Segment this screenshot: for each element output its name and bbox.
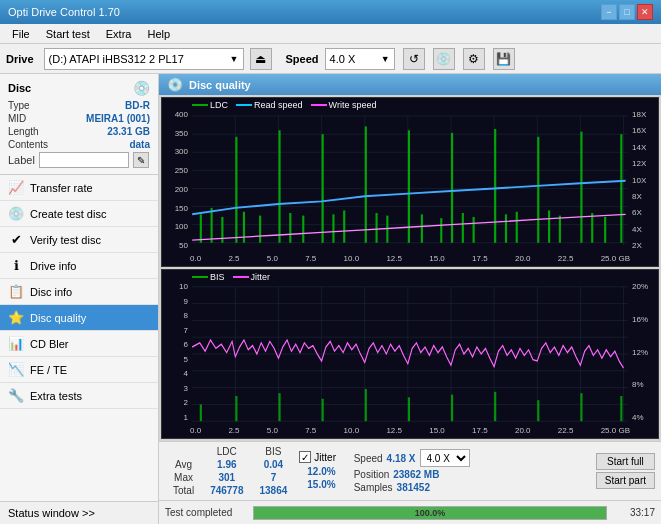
svg-rect-43	[548, 210, 550, 242]
speed-label: Speed	[286, 53, 319, 65]
nav-label-disc-quality: Disc quality	[30, 312, 86, 324]
read-speed-color	[236, 104, 252, 106]
drive-select[interactable]: (D:) ATAPI iHBS312 2 PL17 ▼	[44, 48, 244, 70]
disc-button[interactable]: 💿	[433, 48, 455, 70]
max-ldc: 301	[202, 471, 251, 484]
svg-rect-78	[620, 396, 622, 421]
svg-rect-33	[408, 130, 410, 242]
avg-ldc: 1.96	[202, 458, 251, 471]
chart2-x-axis: 0.0 2.5 5.0 7.5 10.0 12.5 15.0 17.5 20.0…	[190, 422, 630, 438]
svg-rect-45	[580, 132, 582, 243]
chart-bis: BIS Jitter 10 9 8 7 6 5 4 3	[161, 269, 659, 439]
disc-info-icon: 📋	[8, 284, 24, 299]
length-val: 23.31 GB	[107, 126, 150, 137]
sidebar-item-drive-info[interactable]: ℹ Drive info	[0, 253, 158, 279]
total-ldc: 746778	[202, 484, 251, 497]
refresh-button[interactable]: ↺	[403, 48, 425, 70]
chart1-x-axis: 0.0 2.5 5.0 7.5 10.0 12.5 15.0 17.5 20.0…	[190, 250, 630, 266]
sidebar-item-extra-tests[interactable]: 🔧 Extra tests	[0, 383, 158, 409]
svg-rect-24	[278, 130, 280, 242]
extra-tests-icon: 🔧	[8, 388, 24, 403]
settings-button[interactable]: ⚙	[463, 48, 485, 70]
maximize-button[interactable]: □	[619, 4, 635, 20]
start-full-button[interactable]: Start full	[596, 453, 655, 470]
eject-button[interactable]: ⏏	[250, 48, 272, 70]
start-part-button[interactable]: Start part	[596, 472, 655, 489]
legend-read-label: Read speed	[254, 100, 303, 110]
menu-bar: File Start test Extra Help	[0, 24, 661, 44]
window-controls: − □ ✕	[601, 4, 653, 20]
sidebar-item-verify-test-disc[interactable]: ✔ Verify test disc	[0, 227, 158, 253]
jitter-color-legend	[233, 276, 249, 278]
ldc-color	[192, 104, 208, 106]
svg-rect-21	[235, 137, 237, 243]
menu-extra[interactable]: Extra	[98, 27, 140, 41]
time-display: 33:17	[615, 507, 655, 518]
label-input[interactable]	[39, 152, 129, 168]
sidebar-item-transfer-rate[interactable]: 📈 Transfer rate	[0, 175, 158, 201]
status-text: Test completed	[165, 507, 245, 518]
speed-select[interactable]: 4.0 X ▼	[325, 48, 395, 70]
contents-val: data	[129, 139, 150, 150]
disc-icon: 💿	[133, 80, 150, 96]
jitter-checkbox[interactable]: ✓	[299, 451, 311, 463]
status-window-button[interactable]: Status window >>	[0, 501, 158, 524]
nav-label-cd-bler: CD Bler	[30, 338, 69, 350]
contents-key: Contents	[8, 139, 48, 150]
jitter-table: 12.0% 15.0%	[299, 465, 343, 491]
nav-items: 📈 Transfer rate 💿 Create test disc ✔ Ver…	[0, 175, 158, 409]
fe-te-icon: 📉	[8, 362, 24, 377]
svg-rect-19	[211, 208, 213, 243]
sidebar-item-cd-bler[interactable]: 📊 CD Bler	[0, 331, 158, 357]
chart2-svg	[162, 270, 658, 438]
stats-row: LDC BIS Avg 1.96 0.04 Max 301 7	[159, 441, 661, 500]
nav-label-drive-info: Drive info	[30, 260, 76, 272]
sidebar-item-disc-info[interactable]: 📋 Disc info	[0, 279, 158, 305]
col-ldc-header: LDC	[202, 445, 251, 458]
svg-rect-37	[462, 213, 464, 243]
legend-read-speed: Read speed	[236, 100, 303, 110]
speed-dropdown[interactable]: 4.0 X 2.0 X 1.0 X	[420, 449, 470, 467]
stats-table: LDC BIS Avg 1.96 0.04 Max 301 7	[165, 445, 295, 497]
menu-help[interactable]: Help	[139, 27, 178, 41]
svg-rect-32	[386, 216, 388, 243]
type-key: Type	[8, 100, 30, 111]
avg-label: Avg	[165, 458, 202, 471]
menu-start-test[interactable]: Start test	[38, 27, 98, 41]
svg-rect-30	[365, 126, 367, 242]
legend-jitter-label: Jitter	[251, 272, 271, 282]
svg-rect-34	[421, 214, 423, 242]
bottom-bar: Test completed 100.0% 33:17	[159, 500, 661, 524]
svg-rect-44	[559, 216, 561, 243]
disc-quality-header: 💿 Disc quality	[159, 74, 661, 95]
nav-label-transfer-rate: Transfer rate	[30, 182, 93, 194]
svg-rect-40	[505, 214, 507, 242]
content-area: 💿 Disc quality LDC Read speed	[159, 74, 661, 524]
sidebar-item-create-test-disc[interactable]: 💿 Create test disc	[0, 201, 158, 227]
svg-rect-68	[200, 404, 202, 421]
menu-file[interactable]: File	[4, 27, 38, 41]
svg-rect-27	[322, 134, 324, 243]
disc-panel: Disc 💿 Type BD-R MID MEIRA1 (001) Length…	[0, 74, 158, 175]
nav-label-extra-tests: Extra tests	[30, 390, 82, 402]
jitter-checkbox-row[interactable]: ✓ Jitter	[299, 451, 343, 463]
legend-write-speed: Write speed	[311, 100, 377, 110]
mid-val: MEIRA1 (001)	[86, 113, 150, 124]
sidebar-item-disc-quality[interactable]: ⭐ Disc quality	[0, 305, 158, 331]
legend-jitter: Jitter	[233, 272, 271, 282]
sidebar-item-fe-te[interactable]: 📉 FE / TE	[0, 357, 158, 383]
minimize-button[interactable]: −	[601, 4, 617, 20]
create-test-disc-icon: 💿	[8, 206, 24, 221]
chart1-svg	[162, 98, 658, 266]
svg-rect-23	[259, 216, 261, 243]
label-key: Label	[8, 154, 35, 166]
save-button[interactable]: 💾	[493, 48, 515, 70]
jitter-label: Jitter	[314, 452, 336, 463]
speed-value: 4.0 X	[330, 53, 356, 65]
samples-label: Samples	[354, 482, 393, 493]
close-button[interactable]: ✕	[637, 4, 653, 20]
svg-rect-38	[473, 217, 475, 243]
svg-rect-72	[365, 389, 367, 421]
svg-rect-70	[278, 393, 280, 421]
label-edit-button[interactable]: ✎	[133, 152, 149, 168]
